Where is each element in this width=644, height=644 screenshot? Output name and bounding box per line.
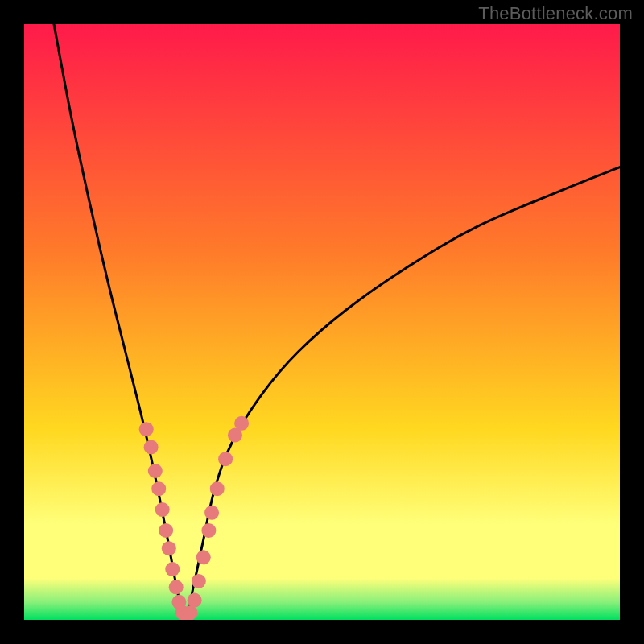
data-point bbox=[188, 593, 202, 608]
data-point bbox=[169, 580, 184, 594]
data-point bbox=[162, 541, 176, 555]
watermark-text: TheBottleneck.com bbox=[478, 3, 633, 24]
data-point bbox=[196, 550, 211, 564]
data-point bbox=[234, 416, 249, 431]
chart-frame: TheBottleneck.com bbox=[0, 0, 644, 644]
data-point bbox=[210, 481, 225, 496]
data-point bbox=[201, 523, 216, 538]
data-point bbox=[148, 464, 163, 478]
data-point bbox=[155, 502, 170, 517]
data-point bbox=[192, 574, 206, 588]
plot-area bbox=[24, 24, 620, 620]
bottleneck-chart bbox=[24, 24, 620, 620]
data-point bbox=[144, 440, 159, 454]
data-point bbox=[139, 422, 154, 436]
data-point bbox=[183, 605, 197, 620]
data-point bbox=[204, 506, 219, 520]
data-point bbox=[159, 523, 173, 538]
data-point bbox=[218, 452, 233, 466]
data-point bbox=[151, 481, 166, 496]
data-point bbox=[165, 562, 180, 576]
gradient-background bbox=[24, 24, 620, 620]
